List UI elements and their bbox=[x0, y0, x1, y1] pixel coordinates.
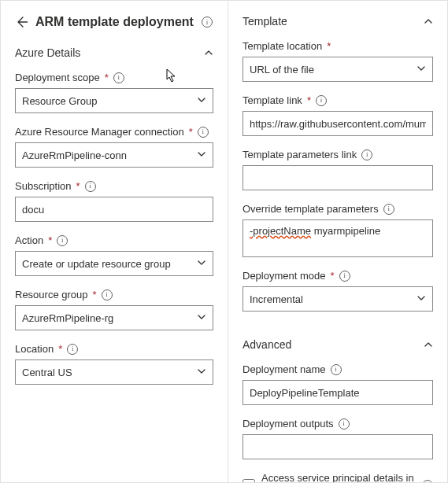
override-label: Override template parameters bbox=[243, 203, 379, 215]
info-icon[interactable]: i bbox=[339, 271, 350, 282]
chevron-down-icon bbox=[197, 312, 206, 324]
info-icon[interactable]: i bbox=[57, 235, 68, 246]
chevron-up-icon bbox=[424, 340, 433, 349]
resource-group-select[interactable]: AzureRmPipeline-rg bbox=[15, 305, 213, 330]
section-template[interactable]: Template bbox=[243, 15, 433, 28]
chevron-down-icon bbox=[197, 95, 206, 107]
chevron-up-icon bbox=[204, 48, 213, 57]
chevron-down-icon bbox=[197, 149, 206, 161]
required-marker: * bbox=[76, 180, 80, 192]
arm-connection-select[interactable]: AzureRmPipeline-conn bbox=[15, 142, 213, 168]
access-sp-label: Access service principal details in over… bbox=[261, 472, 416, 482]
scope-label: Deployment scope bbox=[15, 72, 100, 83]
template-link-label: Template link bbox=[243, 94, 302, 106]
info-icon[interactable]: i bbox=[316, 95, 327, 106]
template-link-input[interactable] bbox=[243, 111, 433, 136]
deployment-mode-select[interactable]: Incremental bbox=[243, 286, 433, 312]
section-title: Azure Details bbox=[15, 46, 80, 59]
required-marker: * bbox=[307, 94, 311, 106]
info-icon[interactable]: i bbox=[67, 344, 78, 355]
page-title: ARM template deployment bbox=[35, 15, 194, 29]
section-advanced[interactable]: Advanced bbox=[243, 338, 433, 351]
info-icon[interactable]: i bbox=[383, 204, 394, 215]
deployment-mode-label: Deployment mode bbox=[243, 270, 326, 282]
chevron-down-icon bbox=[197, 367, 206, 378]
section-azure-details[interactable]: Azure Details bbox=[15, 46, 213, 59]
required-marker: * bbox=[189, 126, 193, 138]
required-marker: * bbox=[331, 270, 335, 282]
deployment-scope-select[interactable]: Resource Group bbox=[15, 88, 213, 113]
deployment-name-label: Deployment name bbox=[243, 363, 326, 375]
deployment-name-input[interactable] bbox=[243, 380, 433, 405]
info-icon[interactable]: i bbox=[331, 364, 342, 375]
subscription-input[interactable] bbox=[15, 197, 213, 222]
conn-label: Azure Resource Manager connection bbox=[15, 126, 184, 138]
chevron-down-icon bbox=[197, 258, 206, 270]
action-label: Action bbox=[15, 234, 43, 246]
rg-label: Resource group bbox=[15, 289, 88, 300]
template-location-select[interactable]: URL of the file bbox=[243, 57, 433, 82]
chevron-down-icon bbox=[417, 64, 426, 76]
back-arrow-icon[interactable] bbox=[15, 16, 28, 28]
template-params-label: Template parameters link bbox=[243, 149, 357, 160]
deployment-outputs-label: Deployment outputs bbox=[243, 418, 334, 430]
section-title: Advanced bbox=[243, 338, 291, 351]
info-icon[interactable]: i bbox=[361, 149, 372, 160]
required-marker: * bbox=[105, 72, 109, 83]
info-icon[interactable]: i bbox=[339, 418, 350, 430]
chevron-up-icon bbox=[424, 17, 433, 26]
info-icon[interactable]: i bbox=[198, 127, 209, 138]
required-marker: * bbox=[327, 40, 331, 52]
override-params-input[interactable]: -projectName myarmpipeline bbox=[243, 219, 433, 257]
info-icon[interactable]: i bbox=[422, 480, 433, 482]
info-icon[interactable]: i bbox=[113, 72, 124, 83]
template-location-label: Template location bbox=[243, 40, 322, 52]
info-icon[interactable]: i bbox=[102, 289, 113, 300]
location-select[interactable]: Central US bbox=[15, 359, 213, 385]
access-sp-checkbox[interactable] bbox=[243, 479, 255, 482]
template-params-input[interactable] bbox=[243, 165, 433, 190]
required-marker: * bbox=[93, 289, 97, 300]
info-icon[interactable]: i bbox=[202, 17, 213, 28]
action-select[interactable]: Create or update resource group bbox=[15, 251, 213, 276]
chevron-down-icon bbox=[417, 293, 426, 305]
info-icon[interactable]: i bbox=[85, 181, 96, 192]
section-title: Template bbox=[243, 15, 287, 28]
sub-label: Subscription bbox=[15, 180, 72, 192]
required-marker: * bbox=[58, 343, 62, 355]
deployment-outputs-input[interactable] bbox=[243, 434, 433, 459]
loc-label: Location bbox=[15, 343, 54, 355]
required-marker: * bbox=[48, 234, 52, 246]
